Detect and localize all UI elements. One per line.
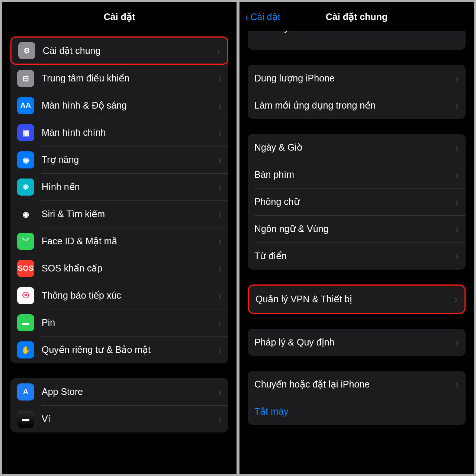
row-label: Chuyển hoặc đặt lại iPhone xyxy=(254,379,455,390)
settings-row[interactable]: Quản lý VPN & Thiết bị› xyxy=(249,286,464,313)
chevron-right-icon: › xyxy=(456,99,458,112)
row-label: Quản lý VPN & Thiết bị xyxy=(255,294,454,305)
exposure-icon: ⦿ xyxy=(17,287,34,304)
settings-row[interactable]: Bàn phím› xyxy=(248,161,466,188)
siri-icon: ◉ xyxy=(17,206,34,223)
flower-icon: ❋ xyxy=(17,178,34,196)
settings-row[interactable]: ◉Siri & Tìm kiếm› xyxy=(10,200,228,228)
back-button[interactable]: ‹ Cài đặt xyxy=(245,10,280,23)
grid-icon: ▦ xyxy=(17,124,34,141)
SOS-icon: SOS xyxy=(17,260,34,277)
row-label: Phông chữ xyxy=(254,196,455,207)
settings-row[interactable]: AAMàn hình & Độ sáng› xyxy=(10,92,228,119)
navbar-right: ‹ Cài đặt Cài đặt chung xyxy=(239,2,474,31)
wallet-icon: ▬ xyxy=(17,411,34,428)
row-label: Pin xyxy=(42,317,218,328)
row-label: Màn hình & Độ sáng xyxy=(42,100,218,111)
chevron-left-icon: ‹ xyxy=(245,10,248,23)
chevron-right-icon: › xyxy=(456,31,458,34)
chevron-right-icon: › xyxy=(456,336,458,349)
chevron-right-icon: › xyxy=(219,126,221,139)
settings-row[interactable]: ▬Ví› xyxy=(10,405,228,432)
settings-row[interactable]: Phông chữ› xyxy=(248,188,466,215)
faceid-icon: ⸌⸍ xyxy=(17,233,34,250)
row-partial[interactable]: Cam tay › xyxy=(248,31,466,50)
settings-row[interactable]: ⸌⸍Face ID & Mật mã› xyxy=(10,228,228,255)
settings-row[interactable]: ▦Màn hình chính› xyxy=(10,119,228,146)
settings-row[interactable]: Ngôn ngữ & Vùng› xyxy=(248,215,466,242)
chevron-right-icon: › xyxy=(456,72,458,85)
row-label: Face ID & Mật mã xyxy=(42,236,218,247)
settings-row[interactable]: Tắt máy xyxy=(248,398,466,425)
row-label: Từ điển xyxy=(254,251,455,261)
row-label: Ví xyxy=(42,414,218,424)
AA-icon: AA xyxy=(17,97,34,114)
settings-row[interactable]: Dung lượng iPhone› xyxy=(248,65,466,92)
chevron-right-icon: › xyxy=(219,386,221,398)
row-label: Thông báo tiếp xúc xyxy=(42,290,218,301)
back-label: Cài đặt xyxy=(250,12,280,22)
row-label: Màn hình chính xyxy=(42,127,218,138)
row-label: Hình nền xyxy=(42,181,218,192)
chevron-right-icon: › xyxy=(456,168,458,181)
chevron-right-icon: › xyxy=(456,223,458,235)
battery-icon: ▬ xyxy=(17,314,34,331)
settings-row[interactable]: SOSSOS khẩn cấp› xyxy=(10,255,228,282)
general-group-locale: Ngày & Giờ›Bàn phím›Phông chữ›Ngôn ngữ &… xyxy=(248,134,466,270)
row-label: Làm mới ứng dụng trong nền xyxy=(254,100,455,111)
access-icon: ◉ xyxy=(17,151,34,168)
general-group-storage: Dung lượng iPhone›Làm mới ứng dụng trong… xyxy=(248,65,466,119)
settings-row[interactable]: Chuyển hoặc đặt lại iPhone› xyxy=(248,371,466,398)
settings-row[interactable]: ⊟Trung tâm điều khiển› xyxy=(10,65,228,92)
settings-row[interactable]: ✋Quyền riêng tư & Bảo mật› xyxy=(10,336,228,363)
settings-row[interactable]: ◉Trợ năng› xyxy=(10,146,228,173)
chevron-right-icon: › xyxy=(456,141,458,154)
general-content[interactable]: Cam tay › Dung lượng iPhone›Làm mới ứng … xyxy=(239,31,474,474)
settings-row[interactable]: Làm mới ứng dụng trong nền› xyxy=(248,92,466,119)
row-label: SOS khẩn cấp xyxy=(42,263,218,274)
general-group-reset: Chuyển hoặc đặt lại iPhone›Tắt máy xyxy=(248,371,466,425)
partial-group: Cam tay › xyxy=(248,31,466,50)
settings-row[interactable]: ▬Pin› xyxy=(10,309,228,336)
chevron-right-icon: › xyxy=(219,154,221,166)
chevron-right-icon: › xyxy=(455,293,457,306)
row-label: Cài đặt chung xyxy=(43,45,217,56)
switches-icon: ⊟ xyxy=(17,70,34,87)
row-label: Quyền riêng tư & Bảo mật xyxy=(42,344,218,355)
general-screen: ‹ Cài đặt Cài đặt chung Cam tay › Dung l… xyxy=(239,2,474,474)
chevron-right-icon: › xyxy=(218,44,220,57)
chevron-right-icon: › xyxy=(219,316,221,329)
page-title: Cài đặt xyxy=(104,12,135,22)
row-label: Ngày & Giờ xyxy=(254,142,455,153)
row-label: Bàn phím xyxy=(254,169,455,180)
chevron-right-icon: › xyxy=(219,344,221,356)
general-group-legal: Pháp lý & Quy định› xyxy=(248,329,466,356)
settings-row[interactable]: ⦿Thông báo tiếp xúc› xyxy=(10,282,228,309)
settings-group-store: AApp Store›▬Ví› xyxy=(10,378,228,432)
settings-row[interactable]: Từ điển› xyxy=(248,242,466,270)
settings-content[interactable]: ⚙︎Cài đặt chung›⊟Trung tâm điều khiển›AA… xyxy=(2,31,237,474)
settings-row[interactable]: ⚙︎Cài đặt chung› xyxy=(10,36,228,65)
settings-row[interactable]: Ngày & Giờ› xyxy=(248,134,466,161)
chevron-right-icon: › xyxy=(219,262,221,275)
page-title: Cài đặt chung xyxy=(326,12,387,22)
chevron-right-icon: › xyxy=(456,378,458,391)
navbar-left: Cài đặt xyxy=(2,2,237,31)
hand-icon: ✋ xyxy=(17,341,34,358)
settings-row[interactable]: AApp Store› xyxy=(10,378,228,405)
settings-row[interactable]: Pháp lý & Quy định› xyxy=(248,329,466,356)
chevron-right-icon: › xyxy=(219,235,221,248)
row-label: Pháp lý & Quy định xyxy=(254,337,455,348)
settings-group-main: ⚙︎Cài đặt chung›⊟Trung tâm điều khiển›AA… xyxy=(10,36,228,363)
settings-screen: Cài đặt ⚙︎Cài đặt chung›⊟Trung tâm điều … xyxy=(2,2,237,474)
row-label: Siri & Tìm kiếm xyxy=(42,209,218,219)
settings-row[interactable]: ❋Hình nền› xyxy=(10,173,228,200)
row-label: Trợ năng xyxy=(42,154,218,165)
chevron-right-icon: › xyxy=(219,99,221,112)
chevron-right-icon: › xyxy=(456,196,458,208)
chevron-right-icon: › xyxy=(456,250,458,263)
row-label: Dung lượng iPhone xyxy=(254,73,455,84)
chevron-right-icon: › xyxy=(219,181,221,193)
row-label: Trung tâm điều khiển xyxy=(42,73,218,84)
chevron-right-icon: › xyxy=(219,208,221,221)
